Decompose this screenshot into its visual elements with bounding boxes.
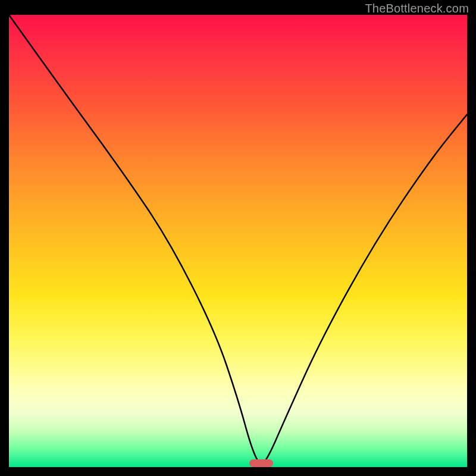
bottleneck-curve xyxy=(9,15,467,467)
plot-area xyxy=(9,15,467,467)
optimal-point-marker xyxy=(249,459,273,467)
attribution-text: TheBottleneck.com xyxy=(365,2,469,15)
chart-frame: TheBottleneck.com xyxy=(0,0,476,476)
